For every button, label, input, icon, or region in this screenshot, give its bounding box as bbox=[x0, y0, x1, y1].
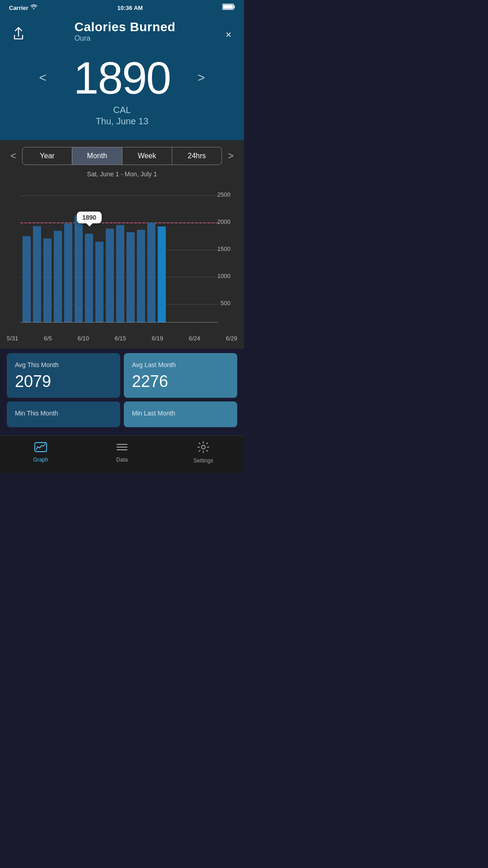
graph-label: Graph bbox=[33, 457, 48, 463]
svg-rect-18 bbox=[64, 224, 72, 322]
svg-rect-21 bbox=[95, 242, 103, 322]
nav-data[interactable]: Data bbox=[81, 442, 163, 463]
svg-text:2000: 2000 bbox=[217, 218, 230, 225]
date-range-label: Sat, June 1 - Mon, July 1 bbox=[0, 170, 244, 178]
tab-week[interactable]: Week bbox=[122, 147, 172, 165]
x-axis-labels: 5/31 6/5 6/10 6/15 6/19 6/24 6/29 bbox=[0, 331, 244, 349]
stats-row-1: Avg This Month 2079 Avg Last Month 2276 bbox=[7, 353, 237, 398]
tab-bar: < Year Month Week 24hrs > bbox=[0, 147, 244, 165]
prev-day-button[interactable]: < bbox=[30, 66, 55, 90]
header-section: Calories Burned Oura × < 1890 > CAL Thu,… bbox=[0, 15, 244, 140]
chart-section: < Year Month Week 24hrs > Sat, June 1 - … bbox=[0, 140, 244, 349]
close-button[interactable]: × bbox=[222, 25, 235, 44]
svg-rect-23 bbox=[116, 225, 124, 322]
tooltip-value: 1890 bbox=[82, 214, 96, 221]
unit-label: CAL bbox=[113, 105, 131, 115]
svg-rect-2 bbox=[223, 5, 233, 9]
svg-rect-16 bbox=[43, 238, 52, 322]
date-label: Thu, June 13 bbox=[96, 116, 149, 127]
tabs-container: Year Month Week 24hrs bbox=[22, 147, 222, 165]
x-label-2: 6/10 bbox=[78, 335, 89, 342]
status-bar: Carrier 10:36 AM bbox=[0, 0, 244, 15]
svg-text:2500: 2500 bbox=[217, 191, 230, 198]
carrier-text: Carrier bbox=[9, 5, 28, 11]
stats-section: Avg This Month 2079 Avg Last Month 2276 … bbox=[0, 349, 244, 435]
chart-tooltip: 1890 bbox=[77, 212, 102, 223]
settings-label: Settings bbox=[193, 458, 213, 464]
page-title: Calories Burned bbox=[75, 20, 176, 34]
svg-text:1500: 1500 bbox=[217, 245, 230, 252]
svg-rect-22 bbox=[106, 229, 114, 322]
avg-this-month-card: Avg This Month 2079 bbox=[7, 353, 120, 398]
svg-rect-1 bbox=[234, 5, 235, 8]
x-label-5: 6/24 bbox=[189, 335, 200, 342]
source-label: Oura bbox=[75, 34, 176, 42]
min-last-month-label: Min Last Month bbox=[132, 410, 229, 417]
header-controls: Calories Burned Oura × bbox=[9, 20, 235, 49]
tab-year[interactable]: Year bbox=[23, 147, 72, 165]
svg-rect-24 bbox=[127, 232, 135, 322]
svg-text:1000: 1000 bbox=[217, 273, 230, 279]
x-label-0: 5/31 bbox=[7, 335, 18, 342]
x-label-3: 6/15 bbox=[115, 335, 126, 342]
tab-24hrs[interactable]: 24hrs bbox=[172, 147, 221, 165]
avg-last-month-value: 2276 bbox=[132, 372, 229, 391]
graph-icon bbox=[34, 442, 47, 455]
x-label-4: 6/19 bbox=[152, 335, 163, 342]
svg-rect-19 bbox=[75, 215, 83, 322]
time-display: 10:36 AM bbox=[117, 5, 143, 11]
x-label-1: 6/5 bbox=[44, 335, 52, 342]
settings-icon bbox=[197, 441, 209, 456]
tab-month[interactable]: Month bbox=[72, 147, 122, 165]
avg-last-month-label: Avg Last Month bbox=[132, 361, 229, 368]
min-this-month-card: Min This Month bbox=[7, 401, 120, 427]
battery-icon bbox=[222, 4, 235, 12]
chart-svg: 2500 2000 1500 1000 500 bbox=[7, 187, 237, 331]
nav-settings[interactable]: Settings bbox=[163, 441, 244, 464]
avg-last-month-card: Avg Last Month 2276 bbox=[124, 353, 237, 398]
nav-graph[interactable]: Graph bbox=[0, 442, 81, 463]
svg-rect-14 bbox=[23, 236, 31, 322]
svg-rect-27 bbox=[158, 226, 166, 322]
stats-row-2: Min This Month Min Last Month bbox=[7, 401, 237, 427]
svg-rect-17 bbox=[54, 231, 62, 322]
chart-area: 2500 2000 1500 1000 500 bbox=[7, 187, 237, 331]
share-button[interactable] bbox=[9, 24, 28, 46]
min-this-month-label: Min This Month bbox=[15, 410, 112, 417]
avg-this-month-value: 2079 bbox=[15, 372, 112, 391]
x-label-6: 6/29 bbox=[226, 335, 237, 342]
svg-rect-15 bbox=[33, 226, 41, 322]
svg-rect-25 bbox=[137, 230, 145, 322]
header-titles: Calories Burned Oura bbox=[75, 20, 176, 49]
wifi-icon bbox=[31, 5, 38, 11]
carrier-info: Carrier bbox=[9, 5, 38, 11]
data-label: Data bbox=[116, 457, 127, 463]
min-last-month-card: Min Last Month bbox=[124, 401, 237, 427]
svg-rect-20 bbox=[85, 234, 93, 322]
next-day-button[interactable]: > bbox=[188, 66, 214, 90]
data-icon bbox=[116, 442, 128, 455]
tab-next-button[interactable]: > bbox=[224, 148, 237, 164]
tab-prev-button[interactable]: < bbox=[7, 148, 20, 164]
svg-rect-26 bbox=[147, 222, 155, 322]
bottom-nav: Graph Data Settings bbox=[0, 435, 244, 473]
svg-point-33 bbox=[202, 445, 205, 449]
calorie-value: 1890 bbox=[74, 55, 170, 100]
svg-text:500: 500 bbox=[221, 300, 230, 307]
main-value-row: < 1890 > bbox=[9, 55, 235, 100]
avg-this-month-label: Avg This Month bbox=[15, 361, 112, 368]
